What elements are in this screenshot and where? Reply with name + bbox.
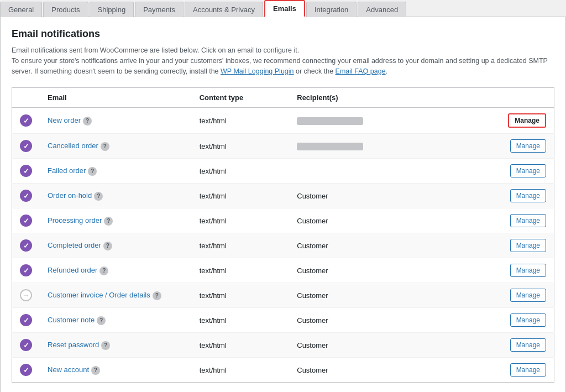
table-row: ✓Completed order?text/htmlCustomerManage: [12, 233, 554, 258]
help-icon-completed-order[interactable]: ?: [103, 242, 112, 250]
email-cell-new-account: New account?: [40, 358, 192, 383]
help-icon-order-on-hold[interactable]: ?: [94, 192, 103, 201]
blurred-recipient: [297, 117, 363, 125]
tab-integration[interactable]: Integration: [306, 2, 357, 17]
table-row: ✓Processing order?text/htmlCustomerManag…: [12, 208, 554, 233]
status-cell-customer-invoice: →: [12, 283, 40, 308]
manage-button-completed-order[interactable]: Manage: [510, 239, 546, 252]
email-link-reset-password[interactable]: Reset password: [48, 341, 99, 349]
email-link-failed-order[interactable]: Failed order: [48, 166, 86, 175]
col-header-recipients: Recipient(s): [289, 88, 424, 108]
manage-button-order-on-hold[interactable]: Manage: [510, 189, 546, 202]
page-title: Email notifications: [12, 28, 554, 40]
recipients-completed-order: Customer: [289, 233, 424, 258]
help-icon-reset-password[interactable]: ?: [101, 341, 110, 350]
help-icon-processing-order[interactable]: ?: [104, 217, 113, 226]
enabled-icon: ✓: [20, 339, 32, 351]
email-cell-customer-invoice: Customer invoice / Order details?: [40, 283, 192, 308]
col-header-action: [425, 88, 554, 108]
help-icon-customer-note[interactable]: ?: [97, 316, 106, 325]
help-icon-new-order[interactable]: ?: [83, 117, 92, 126]
status-cell-new-account: ✓: [12, 358, 40, 383]
email-link-new-account[interactable]: New account: [48, 365, 89, 374]
manage-button-processing-order[interactable]: Manage: [510, 214, 546, 227]
action-cell-completed-order: Manage: [425, 233, 554, 258]
content-type-new-order: text/html: [192, 108, 290, 134]
manage-button-reset-password[interactable]: Manage: [510, 338, 546, 352]
email-cell-cancelled-order: Cancelled order?: [40, 134, 192, 159]
manage-button-customer-note[interactable]: Manage: [510, 313, 546, 327]
tab-advanced[interactable]: Advanced: [358, 2, 406, 17]
tab-payments[interactable]: Payments: [135, 2, 184, 17]
manage-button-customer-invoice[interactable]: Manage: [510, 289, 546, 302]
help-icon-new-account[interactable]: ?: [91, 366, 100, 375]
action-cell-processing-order: Manage: [425, 208, 554, 233]
recipients-refunded-order: Customer: [289, 258, 424, 283]
status-cell-new-order: ✓: [12, 108, 40, 134]
enabled-icon: ✓: [20, 364, 32, 376]
status-cell-completed-order: ✓: [12, 233, 40, 258]
status-cell-customer-note: ✓: [12, 308, 40, 333]
help-icon-cancelled-order[interactable]: ?: [101, 142, 109, 151]
action-cell-refunded-order: Manage: [425, 258, 554, 283]
email-cell-order-on-hold: Order on-hold?: [40, 184, 192, 208]
settings-tabs: GeneralProductsShippingPaymentsAccounts …: [0, 0, 566, 17]
page-description: Email notifications sent from WooCommerc…: [12, 45, 554, 76]
settings-wrap: GeneralProductsShippingPaymentsAccounts …: [0, 0, 566, 392]
wp-mail-logging-link[interactable]: WP Mail Logging Plugin: [221, 67, 294, 75]
recipients-failed-order: [289, 159, 424, 184]
table-row: ✓New order?text/htmlManage: [12, 108, 554, 134]
table-row: →Customer invoice / Order details?text/h…: [12, 283, 554, 308]
tab-shipping[interactable]: Shipping: [90, 2, 134, 17]
manage-button-failed-order[interactable]: Manage: [510, 164, 546, 177]
email-cell-processing-order: Processing order?: [40, 208, 192, 233]
description-line1: Email notifications sent from WooCommerc…: [12, 46, 299, 54]
email-link-processing-order[interactable]: Processing order: [48, 216, 102, 224]
action-cell-customer-invoice: Manage: [425, 283, 554, 308]
content-type-cancelled-order: text/html: [192, 134, 290, 159]
status-cell-order-on-hold: ✓: [12, 184, 40, 208]
email-cell-failed-order: Failed order?: [40, 159, 192, 184]
tab-accounts-privacy[interactable]: Accounts & Privacy: [185, 2, 263, 17]
blurred-recipient: [297, 143, 363, 150]
email-link-customer-invoice[interactable]: Customer invoice / Order details: [48, 291, 150, 299]
recipients-customer-invoice: Customer: [289, 283, 424, 308]
manage-button-new-order[interactable]: Manage: [508, 113, 546, 128]
enabled-icon: ✓: [20, 239, 32, 252]
action-cell-reset-password: Manage: [425, 333, 554, 358]
manage-button-cancelled-order[interactable]: Manage: [510, 139, 546, 153]
recipients-new-order: [289, 108, 424, 134]
email-link-order-on-hold[interactable]: Order on-hold: [48, 191, 92, 200]
email-link-cancelled-order[interactable]: Cancelled order: [48, 142, 98, 150]
action-cell-new-account: Manage: [425, 358, 554, 383]
email-cell-reset-password: Reset password?: [40, 333, 192, 358]
recipients-cancelled-order: [289, 134, 424, 159]
enabled-icon: ✓: [20, 264, 32, 276]
table-row: ✓Customer note?text/htmlCustomerManage: [12, 308, 554, 333]
action-cell-cancelled-order: Manage: [425, 134, 554, 159]
help-icon-refunded-order[interactable]: ?: [99, 266, 108, 275]
manage-button-refunded-order[interactable]: Manage: [510, 264, 546, 277]
email-faq-link[interactable]: Email FAQ page: [336, 67, 386, 75]
tab-general[interactable]: General: [0, 2, 42, 17]
help-icon-customer-invoice[interactable]: ?: [153, 291, 161, 300]
table-row: ✓Reset password?text/htmlCustomerManage: [12, 333, 554, 358]
enabled-icon: ✓: [20, 140, 32, 152]
action-cell-order-on-hold: Manage: [425, 184, 554, 208]
disabled-icon: →: [20, 289, 32, 301]
email-link-completed-order[interactable]: Completed order: [48, 241, 101, 249]
email-link-new-order[interactable]: New order: [48, 116, 81, 124]
email-link-customer-note[interactable]: Customer note: [48, 316, 95, 324]
recipients-processing-order: Customer: [289, 208, 424, 233]
tab-products[interactable]: Products: [43, 2, 88, 17]
tab-emails[interactable]: Emails: [264, 0, 305, 17]
recipients-reset-password: Customer: [289, 333, 424, 358]
table-row: ✓New account?text/htmlCustomerManage: [12, 358, 554, 383]
content-type-failed-order: text/html: [192, 159, 290, 184]
help-icon-failed-order[interactable]: ?: [88, 167, 97, 176]
content-type-processing-order: text/html: [192, 208, 290, 233]
manage-button-new-account[interactable]: Manage: [510, 363, 546, 377]
col-header-email: Email: [40, 88, 192, 108]
email-link-refunded-order[interactable]: Refunded order: [48, 266, 97, 274]
settings-content: Email notifications Email notifications …: [0, 17, 566, 392]
